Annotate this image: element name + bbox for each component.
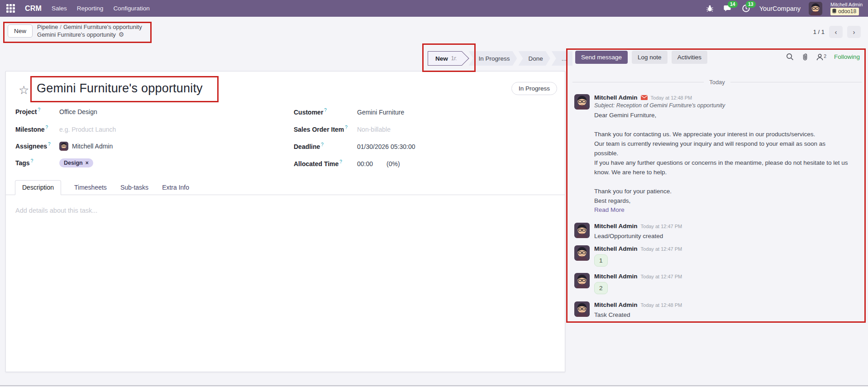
favorite-star-icon[interactable]: ☆ bbox=[19, 83, 29, 97]
user-avatar[interactable] bbox=[809, 2, 822, 15]
following-toggle[interactable]: Following bbox=[834, 53, 860, 60]
company-switcher[interactable]: YourCompany bbox=[759, 5, 801, 12]
stage-new[interactable]: New 1m bbox=[428, 51, 462, 66]
tab-sub-tasks[interactable]: Sub-tasks bbox=[114, 181, 155, 195]
date-divider-label: Today bbox=[709, 79, 725, 86]
chatter-tools: 2 Following bbox=[786, 53, 860, 61]
message-timestamp: Today at 12:47 PM bbox=[641, 246, 682, 252]
menu-reporting[interactable]: Reporting bbox=[77, 5, 104, 12]
new-button[interactable]: New bbox=[8, 24, 33, 38]
message-author[interactable]: Mitchell Admin bbox=[594, 94, 638, 101]
field-assignees-value[interactable]: Mitchell Admin bbox=[72, 143, 113, 150]
user-block[interactable]: Mitchell Admin odoo18 bbox=[830, 2, 863, 15]
log-note-button[interactable]: Log note bbox=[632, 51, 668, 64]
message-log[interactable]: Mitchell Admin Today at 12:47 PM 1 bbox=[574, 245, 862, 267]
help-marker: ? bbox=[324, 108, 327, 113]
breadcrumb-pipeline-link[interactable]: Pipeline bbox=[37, 24, 58, 30]
task-title[interactable]: Gemini Furniture's opportunity bbox=[37, 81, 203, 96]
field-assignees: Assignees? Mitchell Admin bbox=[15, 142, 113, 151]
pager-counter: 1 / 1 bbox=[813, 29, 825, 35]
field-allocated-time-label: Allocated Time? bbox=[294, 159, 357, 168]
send-message-button[interactable]: Send message bbox=[575, 51, 628, 64]
field-sales-order-item-input[interactable]: Non-billable bbox=[357, 126, 391, 133]
database-icon bbox=[832, 9, 836, 14]
message-body: Lead/Opportunity created bbox=[594, 231, 862, 241]
tab-timesheets[interactable]: Timesheets bbox=[67, 181, 114, 195]
record-pager: 1 / 1 ‹ › bbox=[813, 26, 861, 38]
field-milestone-label: Milestone? bbox=[15, 125, 59, 134]
message-timestamp: Today at 12:48 PM bbox=[651, 95, 692, 100]
read-more-link[interactable]: Read More bbox=[594, 206, 625, 213]
field-project: Project? Office Design bbox=[15, 107, 97, 116]
menu-sales[interactable]: Sales bbox=[52, 5, 67, 12]
help-marker: ? bbox=[48, 142, 51, 147]
tab-extra-info[interactable]: Extra Info bbox=[155, 181, 196, 195]
help-marker: ? bbox=[321, 142, 324, 147]
search-messages-icon[interactable] bbox=[786, 53, 794, 61]
field-deadline-value[interactable]: 01/30/2026 05:30:00 bbox=[357, 143, 415, 150]
gear-icon[interactable]: ⚙ bbox=[119, 31, 124, 38]
database-name: odoo18 bbox=[838, 8, 856, 14]
navbar-left: CRM Sales Reporting Configuration bbox=[6, 4, 150, 13]
activities-button[interactable]: Activities bbox=[672, 51, 707, 64]
tag-design[interactable]: Design × bbox=[59, 158, 93, 167]
field-assignees-label: Assignees? bbox=[15, 142, 59, 150]
chatter-panel: Send message Log note Activities 2 Follo… bbox=[566, 0, 868, 387]
field-allocated-time-value[interactable]: 00:00 bbox=[357, 160, 373, 167]
apps-menu-icon[interactable] bbox=[6, 4, 15, 13]
message-author[interactable]: Mitchell Admin bbox=[594, 273, 638, 280]
pager-previous-button[interactable]: ‹ bbox=[829, 26, 843, 38]
message-author-avatar bbox=[574, 301, 590, 317]
message-log[interactable]: Mitchell Admin Today at 12:47 PM 2 bbox=[574, 273, 862, 294]
message-email[interactable]: Mitchell Admin Today at 12:48 PM Subject… bbox=[574, 94, 862, 214]
field-project-value[interactable]: Office Design bbox=[59, 108, 97, 115]
message-timestamp: Today at 12:47 PM bbox=[641, 274, 682, 279]
database-chip: odoo18 bbox=[830, 8, 859, 15]
message-body: Dear Gemini Furniture, Thank you for con… bbox=[594, 110, 862, 205]
field-sales-order-item-label: Sales Order Item? bbox=[294, 125, 357, 134]
pager-next-button[interactable]: › bbox=[847, 26, 861, 38]
message-log[interactable]: Mitchell Admin Today at 12:48 PM Task Cr… bbox=[574, 301, 862, 320]
activities-clock-icon[interactable]: 13 bbox=[741, 4, 751, 14]
help-marker: ? bbox=[46, 125, 48, 130]
field-milestone-input[interactable]: e.g. Product Launch bbox=[59, 126, 116, 133]
breadcrumb: New Pipeline/Gemini Furniture's opportun… bbox=[8, 24, 142, 38]
message-timestamp: Today at 12:47 PM bbox=[641, 224, 682, 229]
message-body: Task Created bbox=[594, 310, 862, 320]
message-author-avatar bbox=[574, 94, 590, 110]
followers-icon[interactable]: 2 bbox=[816, 53, 826, 61]
attachments-icon[interactable] bbox=[801, 53, 809, 61]
field-sales-order-item: Sales Order Item? Non-billable bbox=[294, 125, 391, 134]
help-marker: ? bbox=[38, 107, 40, 112]
field-customer-label: Customer? bbox=[294, 108, 357, 116]
message-author[interactable]: Mitchell Admin bbox=[594, 245, 638, 252]
kanban-state-pill[interactable]: In Progress bbox=[511, 82, 557, 95]
navbar-right: 14 13 YourCompany Mitchell Admin odoo18 bbox=[705, 2, 863, 15]
menu-configuration[interactable]: Configuration bbox=[113, 5, 149, 12]
stage-done[interactable]: Done bbox=[518, 51, 550, 66]
field-allocated-time-percent: (0%) bbox=[386, 160, 400, 167]
bug-icon[interactable] bbox=[705, 4, 715, 14]
breadcrumb-leaf[interactable]: Gemini Furniture's opportunity bbox=[63, 24, 142, 30]
message-log[interactable]: Mitchell Admin Today at 12:47 PM Lead/Op… bbox=[574, 223, 862, 241]
message-author[interactable]: Mitchell Admin bbox=[594, 223, 638, 229]
message-bubble: 2 bbox=[594, 282, 608, 294]
top-navbar: CRM Sales Reporting Configuration 14 13 … bbox=[0, 0, 868, 17]
tab-description[interactable]: Description bbox=[15, 180, 61, 195]
help-marker: ? bbox=[345, 125, 348, 130]
message-author[interactable]: Mitchell Admin bbox=[594, 301, 638, 308]
field-customer-value[interactable]: Gemini Furniture bbox=[357, 109, 404, 116]
date-divider: Today bbox=[572, 79, 862, 86]
activities-badge: 13 bbox=[746, 1, 756, 8]
breadcrumb-active-record: Gemini Furniture's opportunity ⚙ bbox=[37, 31, 142, 38]
description-editor-placeholder[interactable]: Add details about this task... bbox=[15, 207, 97, 214]
field-allocated-time: Allocated Time? 00:00 (0%) bbox=[294, 159, 400, 168]
assignee-avatar bbox=[59, 142, 68, 151]
stage-in-progress[interactable]: In Progress bbox=[468, 51, 517, 66]
user-name: Mitchell Admin bbox=[830, 2, 863, 7]
message-subject: Subject: Reception of Gemini Furniture's… bbox=[594, 102, 862, 109]
tag-remove-icon[interactable]: × bbox=[86, 160, 89, 166]
stage-more[interactable]: ... bbox=[552, 51, 572, 66]
app-name[interactable]: CRM bbox=[25, 5, 42, 13]
messages-icon[interactable]: 14 bbox=[723, 4, 733, 14]
